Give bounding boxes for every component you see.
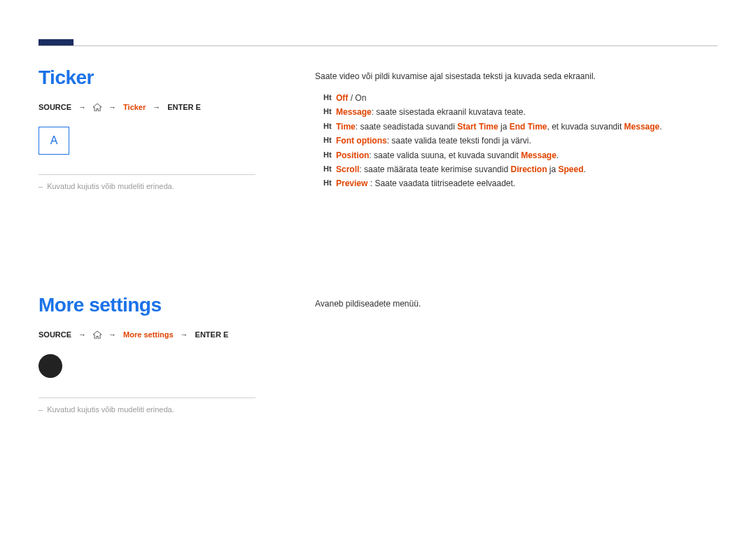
- section-title-ticker: Ticker: [38, 66, 255, 89]
- feature-text: : saate sisestada ekraanil kuvatava teat…: [372, 107, 526, 117]
- keyword: End Time: [510, 122, 547, 132]
- feature-label: Scroll: [336, 164, 359, 174]
- feature-label: Font options: [336, 136, 387, 146]
- settings-icon: [38, 354, 62, 378]
- path-source: SOURCE: [38, 103, 71, 111]
- divider: [38, 398, 255, 398]
- path-arrow: →: [78, 103, 86, 111]
- breadcrumb-ticker: SOURCE → → Ticker → ENTER E: [38, 103, 255, 111]
- section-title-more-settings: More settings: [38, 294, 255, 316]
- section1-intro: Saate video või pildi kuvamise ajal sise…: [315, 70, 718, 83]
- path-label: Ticker: [123, 103, 146, 111]
- breadcrumb-more-settings: SOURCE → → More settings → ENTER E: [38, 330, 255, 339]
- feature-label: Time: [336, 122, 356, 132]
- home-icon: [93, 104, 102, 111]
- feature-list-ticker: Off / OnMessage: saate sisestada ekraani…: [315, 91, 718, 191]
- feature-item: Position: saate valida suuna, et kuvada …: [323, 148, 718, 162]
- feature-item: Scroll: saate määrata teate kerimise suv…: [323, 162, 718, 176]
- path-source: SOURCE: [38, 330, 71, 339]
- feature-item: Time: saate seadistada suvandi Start Tim…: [323, 120, 718, 134]
- keyword: Message: [521, 150, 556, 160]
- path-arrow: →: [108, 330, 116, 339]
- feature-item: Font options: saate valida teate teksti …: [323, 134, 718, 148]
- home-icon: [93, 331, 102, 339]
- feature-label: Position: [336, 150, 369, 160]
- feature-item: Message: saate sisestada ekraanil kuvata…: [323, 105, 718, 119]
- path-enter: ENTER E: [195, 330, 229, 339]
- path-arrow: →: [181, 330, 188, 339]
- feature-label: Preview: [336, 178, 368, 188]
- feature-item: Preview : Saate vaadata tiitriseadete ee…: [323, 176, 718, 190]
- path-enter: ENTER E: [167, 103, 201, 111]
- footnote: –Kuvatud kujutis võib mudeliti erineda.: [38, 405, 255, 414]
- feature-text: / On: [348, 93, 366, 103]
- feature-label: Off: [336, 93, 348, 103]
- feature-text: : Saate vaadata tiitriseadete eelvaadet.: [368, 178, 515, 188]
- section2-intro: Avaneb pildiseadete menüü.: [315, 297, 718, 310]
- path-arrow: →: [78, 330, 86, 339]
- panel-letter: A: [50, 134, 58, 147]
- keyword: Direction: [510, 164, 547, 174]
- path-arrow: →: [108, 103, 116, 111]
- feature-item: Off / On: [323, 91, 718, 105]
- keyword: Message: [624, 122, 660, 132]
- path-label: More settings: [123, 330, 174, 339]
- divider: [38, 174, 255, 175]
- keyword: Start Time: [457, 122, 498, 132]
- keyword: Speed: [559, 164, 584, 174]
- panel-icon: A: [38, 127, 69, 155]
- footnote: –Kuvatud kujutis võib mudeliti erineda.: [38, 182, 255, 190]
- feature-label: Message: [336, 107, 372, 117]
- feature-text: : saate valida teate teksti fondi ja vär…: [387, 136, 531, 146]
- path-arrow: →: [153, 103, 160, 111]
